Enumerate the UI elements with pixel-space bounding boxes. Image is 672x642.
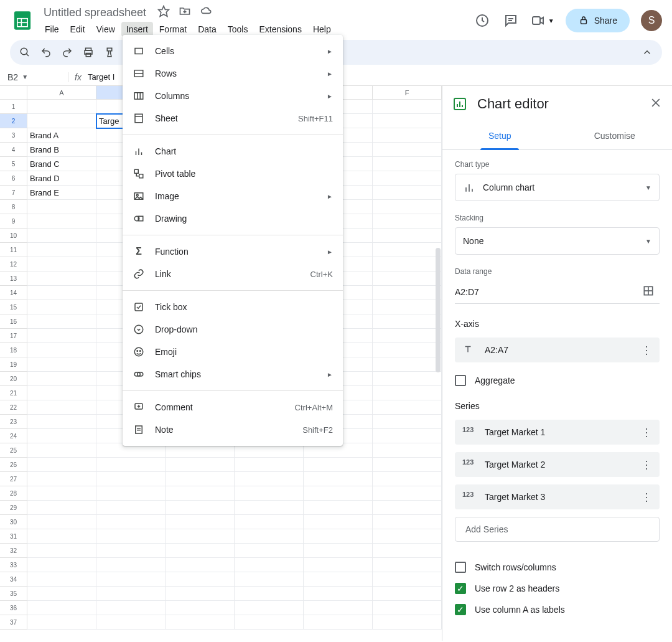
cell[interactable] — [27, 357, 96, 372]
user-avatar[interactable]: S — [641, 10, 662, 31]
cell[interactable] — [27, 214, 96, 229]
collapse-toolbar-icon[interactable] — [640, 45, 655, 60]
cell[interactable] — [235, 587, 304, 601]
cell[interactable] — [373, 400, 442, 415]
chart-type-select[interactable]: Column chart ▼ — [455, 174, 660, 201]
cell[interactable] — [373, 458, 442, 472]
menu-item-pivot-table[interactable]: Pivot table — [123, 163, 343, 185]
cell[interactable] — [304, 458, 373, 472]
use-colA-checkbox[interactable]: ✓Use column A as labels — [455, 599, 660, 620]
menu-item-columns[interactable]: Columns► — [123, 85, 343, 107]
cell[interactable] — [373, 501, 442, 515]
cell[interactable]: Brand B — [27, 143, 96, 157]
cell[interactable] — [27, 458, 96, 472]
cell[interactable] — [27, 386, 96, 400]
cell[interactable] — [235, 458, 304, 472]
cell[interactable] — [166, 515, 235, 529]
menu-data[interactable]: Data — [193, 22, 222, 37]
cell[interactable] — [27, 100, 96, 114]
cell[interactable] — [27, 601, 96, 615]
cell[interactable] — [373, 472, 442, 486]
cell[interactable] — [373, 572, 442, 587]
row-header-15[interactable]: 15 — [0, 300, 27, 314]
cell[interactable] — [373, 200, 442, 214]
row-header-22[interactable]: 22 — [0, 400, 27, 415]
row-header-32[interactable]: 32 — [0, 544, 27, 558]
menu-item-note[interactable]: NoteShift+F2 — [123, 418, 343, 441]
cell[interactable] — [235, 601, 304, 615]
cell[interactable] — [373, 300, 442, 314]
cell[interactable] — [304, 558, 373, 572]
cell[interactable]: Brand A — [27, 128, 96, 143]
menu-item-link[interactable]: LinkCtrl+K — [123, 263, 343, 285]
cell[interactable] — [373, 515, 442, 529]
cell[interactable] — [27, 615, 96, 630]
cell[interactable] — [27, 587, 96, 601]
row-header-33[interactable]: 33 — [0, 558, 27, 572]
row-header-25[interactable]: 25 — [0, 443, 27, 458]
cell[interactable] — [373, 415, 442, 429]
cell[interactable] — [373, 357, 442, 372]
aggregate-checkbox[interactable]: Aggregate — [455, 370, 660, 391]
cell[interactable] — [235, 529, 304, 544]
cell[interactable] — [166, 544, 235, 558]
cell[interactable] — [96, 544, 166, 558]
row-header-16[interactable]: 16 — [0, 314, 27, 329]
cell[interactable] — [373, 429, 442, 443]
cell[interactable] — [96, 472, 166, 486]
cell[interactable] — [235, 615, 304, 630]
stacking-select[interactable]: None ▼ — [455, 227, 660, 255]
menu-insert[interactable]: Insert — [121, 22, 153, 37]
cell[interactable] — [27, 515, 96, 529]
cell[interactable] — [27, 343, 96, 357]
menu-item-chart[interactable]: Chart — [123, 140, 343, 163]
use-row2-checkbox[interactable]: ✓Use row 2 as headers — [455, 578, 660, 599]
row-header-21[interactable]: 21 — [0, 386, 27, 400]
cell[interactable] — [96, 572, 166, 587]
row-header-12[interactable]: 12 — [0, 257, 27, 271]
row-header-27[interactable]: 27 — [0, 472, 27, 486]
cell[interactable] — [27, 257, 96, 271]
share-button[interactable]: Share — [566, 9, 630, 32]
name-box[interactable]: B2▼ — [0, 72, 68, 82]
cell[interactable] — [373, 329, 442, 343]
cell[interactable] — [27, 429, 96, 443]
cell[interactable] — [235, 472, 304, 486]
row-header-23[interactable]: 23 — [0, 415, 27, 429]
cell[interactable] — [27, 286, 96, 300]
cell[interactable] — [27, 558, 96, 572]
star-icon[interactable] — [157, 5, 170, 20]
add-series-button[interactable]: Add Series — [455, 517, 660, 542]
menu-edit[interactable]: Edit — [65, 22, 90, 37]
cell[interactable] — [166, 486, 235, 501]
cell[interactable] — [373, 128, 442, 143]
menu-item-drawing[interactable]: Drawing — [123, 207, 343, 230]
close-icon[interactable] — [650, 97, 662, 111]
row-header-4[interactable]: 4 — [0, 143, 27, 157]
menu-help[interactable]: Help — [308, 22, 336, 37]
row-header-7[interactable]: 7 — [0, 186, 27, 200]
meet-button[interactable]: ▼ — [531, 13, 554, 28]
row-header-6[interactable]: 6 — [0, 171, 27, 186]
row-header-10[interactable]: 10 — [0, 229, 27, 243]
more-icon[interactable]: ⋯ — [640, 492, 654, 503]
cell[interactable] — [27, 372, 96, 386]
more-icon[interactable]: ⋯ — [640, 460, 654, 470]
row-header-11[interactable]: 11 — [0, 243, 27, 257]
cell[interactable] — [166, 601, 235, 615]
cell[interactable] — [373, 372, 442, 386]
cell[interactable] — [166, 529, 235, 544]
row-header-29[interactable]: 29 — [0, 501, 27, 515]
formula-input[interactable]: Target I — [88, 72, 114, 82]
cell[interactable] — [304, 486, 373, 501]
cell[interactable] — [96, 601, 166, 615]
select-range-icon[interactable] — [642, 285, 660, 300]
cell[interactable] — [166, 587, 235, 601]
cell[interactable] — [304, 601, 373, 615]
cell[interactable] — [96, 529, 166, 544]
row-header-36[interactable]: 36 — [0, 601, 27, 615]
cell[interactable] — [96, 558, 166, 572]
cell[interactable] — [235, 572, 304, 587]
cell[interactable] — [27, 271, 96, 286]
cell[interactable] — [304, 587, 373, 601]
